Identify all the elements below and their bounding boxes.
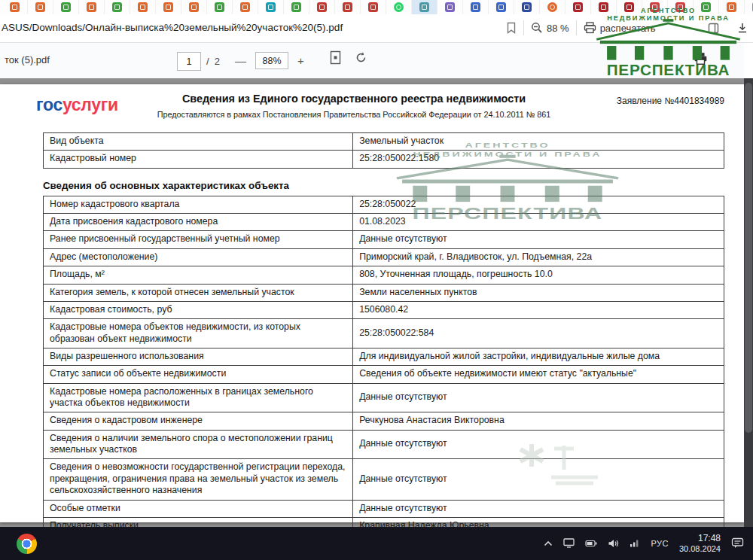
tray-chevron-up-icon[interactable] [544, 540, 553, 546]
table-row: Категория земель, к которой отнесен земе… [44, 284, 724, 301]
pdf-page: госуслуги Сведения из Единого государств… [0, 84, 744, 522]
browser-tab[interactable] [28, 0, 53, 14]
document-subtitle: Предоставляются в рамках Постановления П… [113, 110, 595, 119]
row-label: Кадастровые номера расположенных в грани… [44, 383, 353, 412]
faint-watermark [518, 438, 602, 495]
characteristics-table-body: Номер кадастрового квартала 25:28:050022… [44, 196, 724, 535]
gosuslugi-logo: госуслуги [36, 95, 118, 115]
zoom-in-button[interactable]: + [297, 54, 304, 67]
notification-icon[interactable] [731, 537, 744, 549]
clock[interactable]: 17:48 30.08.2024 [679, 533, 721, 554]
svg-text:АГЕНТСТВО: АГЕНТСТВО [465, 141, 550, 149]
tray-monitor-icon[interactable] [563, 538, 575, 548]
browser-tab[interactable] [233, 0, 258, 14]
application-number: Заявление №4401834989 [617, 96, 724, 106]
agency-watermark-topright: АГЕНТСТВО НЕДВИЖИМОСТИ И ПРАВА ПЕРСПЕКТИ… [587, 6, 749, 78]
bookmark-icon[interactable] [506, 22, 517, 34]
row-label: Вид объекта [44, 133, 353, 151]
browser-zoom-control[interactable]: 88 % [531, 22, 569, 34]
fit-page-icon[interactable] [330, 50, 341, 65]
browser-tab[interactable] [514, 0, 540, 14]
browser-tab[interactable] [105, 0, 130, 14]
logo-part-red: услуги [62, 95, 118, 114]
browser-tab[interactable] [540, 0, 566, 14]
page-total: 2 [215, 56, 220, 67]
row-value: Данные отсутствуют [353, 383, 724, 412]
tab-favicon [394, 2, 404, 12]
row-label: Сведения о кадастровом инженере [44, 412, 353, 430]
row-label: Адрес (местоположение) [44, 248, 353, 266]
browser-tab[interactable] [463, 0, 489, 14]
tray-network-icon[interactable] [630, 539, 640, 547]
row-value: 1506080.42 [353, 301, 724, 318]
pdf-zoom-value[interactable]: 88% [255, 52, 288, 69]
browser-tab[interactable] [181, 0, 207, 14]
browser-tab[interactable] [130, 0, 156, 14]
browser-tab[interactable] [207, 0, 233, 14]
zoom-out-magnifier-icon [531, 22, 543, 34]
svg-text:АГЕНТСТВО: АГЕНТСТВО [641, 7, 696, 14]
browser-tab[interactable] [79, 0, 105, 14]
browser-tab[interactable] [412, 0, 437, 14]
row-value: 808, Уточненная площадь, погрешность 10.… [353, 266, 724, 284]
browser-tab[interactable] [437, 0, 463, 14]
chrome-icon[interactable] [17, 534, 37, 554]
row-label: Дата присвоения кадастрового номера [44, 214, 353, 231]
page-navigation: / 2 [177, 52, 220, 71]
browser-tab[interactable] [489, 0, 514, 14]
row-label: Сведения о невозможности государственной… [44, 459, 353, 500]
browser-tab[interactable] [386, 0, 412, 14]
page-number-input[interactable] [177, 52, 201, 71]
row-value: Данные отсутствуют [353, 500, 724, 517]
tray-speaker-icon[interactable] [608, 539, 619, 548]
row-label: Категория земель, к которой отнесен земе… [44, 284, 353, 301]
browser-tab[interactable] [156, 0, 181, 14]
address-url[interactable]: ASUS/Downloads/Онлайн-выписка%20земельны… [2, 22, 468, 33]
row-value: Для индивидуальной жилой застройки, инди… [353, 348, 724, 365]
taskbar: РУС 17:48 30.08.2024 [0, 527, 753, 560]
tab-favicon [112, 2, 122, 12]
characteristics-table: Номер кадастрового квартала 25:28:050022… [43, 196, 724, 536]
system-tray: РУС 17:48 30.08.2024 [544, 533, 753, 554]
row-value: Данные отсутствуют [353, 231, 724, 248]
tab-favicon [419, 2, 429, 12]
clock-time: 17:48 [679, 533, 721, 543]
rotate-icon[interactable] [355, 51, 367, 64]
tab-favicon [368, 2, 378, 12]
table-row: Сведения о кадастровом инженере Речкунов… [44, 412, 724, 430]
browser-tab[interactable] [258, 0, 284, 14]
tab-favicon [547, 2, 557, 12]
temple-icon: АГЕНТСТВО НЕДВИЖИМОСТИ И ПРАВА ПЕРСПЕКТИ… [383, 140, 633, 223]
tab-favicon [163, 2, 173, 12]
browser-tab[interactable] [335, 0, 361, 14]
row-value: 25:28:050022:584 [353, 319, 724, 348]
table-row: Сведения о невозможности государственной… [44, 459, 724, 500]
language-indicator[interactable]: РУС [651, 539, 669, 548]
faint-watermark-icon [518, 438, 602, 495]
pdf-scrollbar[interactable] [744, 78, 753, 527]
row-value: Земли населенных пунктов [353, 284, 724, 301]
scrollbar-thumb[interactable] [745, 83, 752, 433]
tab-favicon [522, 2, 532, 12]
row-label: Номер кадастрового квартала [44, 196, 353, 213]
browser-zoom-value: 88 % [547, 23, 569, 34]
agency-watermark-center: АГЕНТСТВО НЕДВИЖИМОСТИ И ПРАВА ПЕРСПЕКТИ… [383, 140, 633, 223]
row-value: Речкунова Анастасия Викторовна [353, 412, 724, 430]
zoom-out-button[interactable]: — [235, 54, 246, 67]
table-row: Кадастровые номера расположенных в грани… [44, 383, 724, 412]
page-separator: / [206, 56, 209, 67]
tab-favicon [87, 2, 96, 12]
tab-favicon [266, 2, 276, 12]
table-row: Адрес (местоположение) Приморский край, … [44, 248, 724, 266]
pdf-filename: ток (5).pdf [5, 54, 50, 65]
browser-tab[interactable] [2, 0, 28, 14]
browser-tab[interactable] [284, 0, 309, 14]
row-value: Сведения об объекте недвижимости имеют с… [353, 366, 724, 383]
browser-tab[interactable] [53, 0, 79, 14]
tab-favicon [445, 2, 455, 12]
tray-battery-icon[interactable] [585, 540, 597, 547]
row-label: Площадь, м² [44, 266, 353, 284]
browser-tab[interactable] [309, 0, 335, 14]
tab-favicon [573, 2, 583, 12]
browser-tab[interactable] [361, 0, 386, 14]
